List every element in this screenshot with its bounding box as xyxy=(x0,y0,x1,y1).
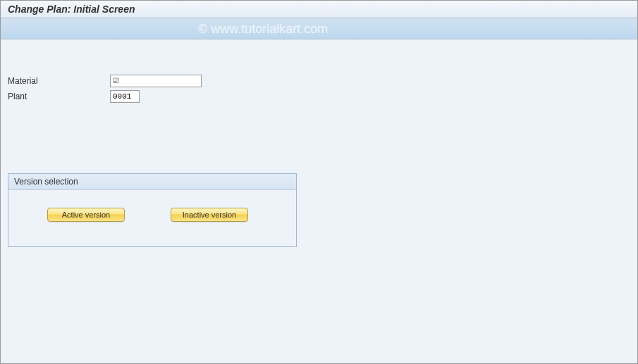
plant-label: Plant xyxy=(8,92,110,101)
inactive-version-button[interactable]: Inactive version xyxy=(171,208,248,222)
groupbox-title: Version selection xyxy=(8,174,296,190)
toolbar: © www.tutorialkart.com xyxy=(1,18,637,39)
check-icon: ☑ xyxy=(113,76,119,86)
field-row-material: Material ☑ xyxy=(8,75,630,87)
material-label: Material xyxy=(8,76,110,86)
field-row-plant: Plant xyxy=(8,90,630,103)
active-version-button[interactable]: Active version xyxy=(47,208,125,222)
groupbox-body: Active version Inactive version xyxy=(8,190,296,229)
page-title: Change Plan: Initial Screen xyxy=(8,4,135,15)
material-input[interactable]: ☑ xyxy=(110,75,202,87)
watermark-text: © www.tutorialkart.com xyxy=(198,22,328,37)
plant-input[interactable] xyxy=(110,90,140,103)
version-selection-group: Version selection Active version Inactiv… xyxy=(8,173,297,247)
content-area: Material ☑ Plant Version selection Activ… xyxy=(1,39,637,364)
title-bar: Change Plan: Initial Screen xyxy=(1,1,637,18)
